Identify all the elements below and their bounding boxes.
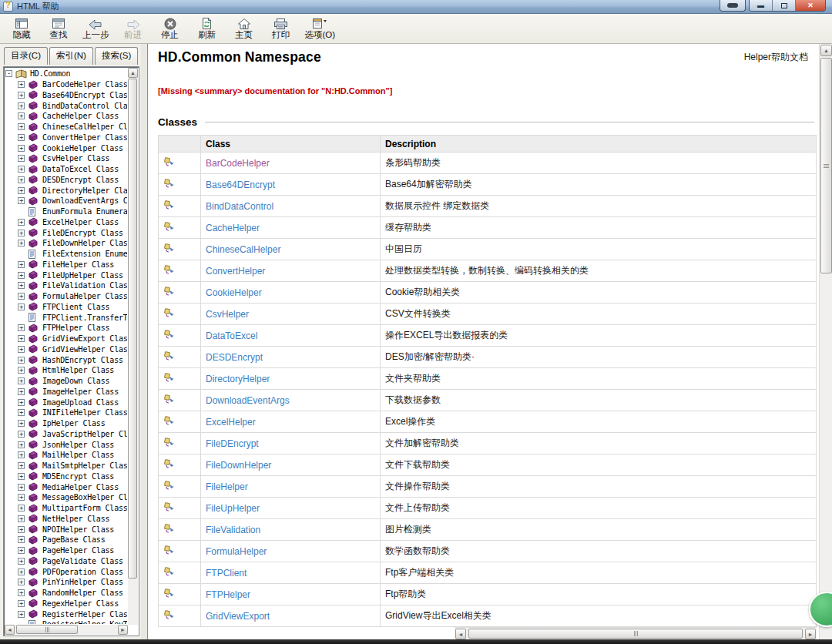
expand-plus-icon[interactable]: + — [18, 399, 25, 406]
expand-plus-icon[interactable]: + — [18, 536, 25, 543]
forward-button[interactable]: 前进 — [116, 15, 150, 42]
tree-item[interactable]: + FileExtension Enumer — [5, 249, 127, 260]
sidebar-vertical-scrollbar[interactable]: ▲ — [128, 68, 138, 625]
tree-item[interactable]: + JavaScriptHelper Cla — [5, 429, 127, 440]
scroll-right-icon[interactable]: ► — [805, 629, 816, 639]
tree-item[interactable]: + NPOIHelper Class — [5, 524, 127, 535]
find-button[interactable]: 查找 — [42, 15, 75, 42]
tree-item[interactable]: + FileDEncrypt Class — [5, 227, 127, 238]
expand-plus-icon[interactable]: + — [18, 494, 25, 501]
expand-plus-icon[interactable]: + — [18, 451, 25, 458]
class-link[interactable]: CookieHelper — [206, 287, 262, 298]
back-button[interactable]: 上一步 — [79, 15, 113, 42]
tree-item[interactable]: + CookieHelper Class — [5, 143, 127, 153]
content-horizontal-scrollbar[interactable]: ◄ ► — [455, 627, 817, 639]
class-link[interactable]: FileDEncrypt — [206, 438, 259, 449]
tree-item[interactable]: + MultipartForm Class — [5, 503, 127, 514]
home-button[interactable]: 主页 — [227, 15, 261, 42]
class-link[interactable]: CsvHelper — [206, 309, 249, 320]
tree-item[interactable]: + JsonHelper Class — [5, 439, 127, 450]
print-button[interactable]: 打印 — [264, 15, 298, 42]
scroll-left-icon[interactable]: ◄ — [455, 629, 466, 639]
maximize-button[interactable] — [773, 0, 796, 11]
tree-item[interactable]: + IpHelper Class — [5, 418, 127, 429]
expand-plus-icon[interactable]: + — [18, 272, 25, 279]
expand-plus-icon[interactable]: + — [18, 240, 25, 247]
tree-item[interactable]: + FormulaHelper Class — [5, 291, 127, 302]
scroll-up-icon[interactable]: ▲ — [128, 68, 138, 78]
tree-item[interactable]: + EnumFormula Enumerat — [5, 206, 127, 217]
expand-plus-icon[interactable]: + — [18, 409, 25, 416]
class-link[interactable]: BindDataControl — [206, 201, 273, 212]
tree-item[interactable]: + RegexHelper Class — [5, 599, 127, 609]
expand-plus-icon[interactable]: + — [18, 547, 25, 554]
expand-plus-icon[interactable]: + — [18, 219, 25, 226]
tab-contents[interactable]: 目录(C) — [4, 47, 48, 65]
class-link[interactable]: CacheHelper — [206, 223, 260, 233]
expand-plus-icon[interactable]: + — [18, 431, 25, 438]
scrollbar-thumb[interactable] — [16, 625, 78, 634]
class-link[interactable]: FormulaHelper — [206, 546, 267, 557]
tree-item[interactable]: + MessageBoxHelper Cla — [5, 492, 127, 503]
tree-item[interactable]: + DESDEncrypt Class — [5, 175, 127, 186]
tree-item[interactable]: + ImageDown Class — [5, 376, 127, 387]
tree-item[interactable]: + DirectoryHelper Clas — [5, 185, 127, 196]
expand-plus-icon[interactable]: + — [18, 611, 25, 618]
tree-item[interactable]: + RandomHelper Class — [5, 588, 127, 599]
expand-plus-icon[interactable]: + — [18, 324, 25, 331]
expand-plus-icon[interactable]: + — [18, 526, 25, 533]
expand-plus-icon[interactable]: + — [18, 155, 25, 162]
class-link[interactable]: FileDownHelper — [206, 460, 271, 471]
tree-item[interactable]: + PDFOperation Class — [5, 566, 127, 577]
expand-plus-icon[interactable]: + — [18, 123, 25, 130]
tree-item[interactable]: + FTPClient.TransferTy — [5, 312, 127, 323]
class-link[interactable]: BarCodeHelper — [206, 158, 270, 169]
tree-root[interactable]: - HD.Common — [5, 69, 127, 79]
tree-item[interactable]: + DataToExcel Class — [5, 164, 127, 175]
tree-item[interactable]: + FileDownHelper Class — [5, 238, 127, 249]
tree-item[interactable]: + HtmlHelper Class — [5, 365, 127, 376]
expand-plus-icon[interactable]: + — [18, 357, 25, 364]
tree-item[interactable]: + INIFileHelper Class — [5, 408, 127, 418]
tree-item[interactable]: + PageHelper Class — [5, 545, 127, 556]
tree-item[interactable]: + DownloadEventArgs Cl — [5, 196, 127, 206]
class-link[interactable]: GridViewExport — [206, 611, 270, 622]
tree-item[interactable]: + MediaHelper Class — [5, 481, 127, 492]
expand-plus-icon[interactable]: + — [18, 134, 25, 141]
class-link[interactable]: ChineseCalHelper — [206, 244, 280, 255]
class-link[interactable]: DirectoryHelper — [206, 374, 270, 384]
expand-plus-icon[interactable]: + — [18, 569, 25, 575]
expand-plus-icon[interactable]: + — [18, 304, 25, 310]
tree-item[interactable]: + GridViewHelper Class — [5, 344, 127, 355]
expand-plus-icon[interactable]: + — [18, 145, 25, 152]
expand-plus-icon[interactable]: + — [18, 484, 25, 491]
scrollbar-thumb[interactable] — [820, 58, 832, 273]
tree-item[interactable]: + PageValidate Class — [5, 556, 127, 567]
class-link[interactable]: Base64DEncrypt — [206, 179, 275, 190]
scroll-left-icon[interactable]: ◄ — [5, 625, 15, 635]
expand-plus-icon[interactable]: + — [18, 92, 25, 99]
class-link[interactable]: FTPClient — [206, 568, 247, 579]
tree-item[interactable]: + PageBase Class — [5, 535, 127, 545]
tree-item[interactable]: + NetHelper Class — [5, 514, 127, 525]
expand-plus-icon[interactable]: + — [18, 176, 25, 183]
tree-item[interactable]: + FTPClient Class — [5, 302, 127, 313]
expand-plus-icon[interactable]: + — [18, 441, 25, 448]
expand-plus-icon[interactable]: + — [18, 261, 25, 268]
class-link[interactable]: DESDEncrypt — [206, 352, 263, 363]
expand-plus-icon[interactable]: + — [18, 166, 25, 173]
tree-item[interactable]: + FileHelper Class — [5, 260, 127, 270]
options-button[interactable]: 选项(O) — [301, 15, 340, 42]
tree-item[interactable]: + RegisterHelper Class — [5, 609, 127, 619]
class-link[interactable]: ExcelHelper — [206, 417, 256, 428]
close-button[interactable]: ✕ — [796, 0, 825, 11]
class-link[interactable]: FTPHelper — [206, 589, 250, 600]
collapse-minus-icon[interactable]: - — [5, 70, 12, 77]
expand-plus-icon[interactable]: + — [18, 81, 25, 88]
tree-item[interactable]: + FileUpHelper Class — [5, 270, 127, 280]
tree-item[interactable]: + ImageHelper Class — [5, 387, 127, 397]
tree-item[interactable]: + MailSmtpHelper Class — [5, 461, 127, 471]
tree-item[interactable]: + FileValidation Class — [5, 280, 127, 291]
expand-plus-icon[interactable]: + — [18, 558, 25, 565]
tab-search[interactable]: 搜索(S) — [95, 47, 138, 65]
